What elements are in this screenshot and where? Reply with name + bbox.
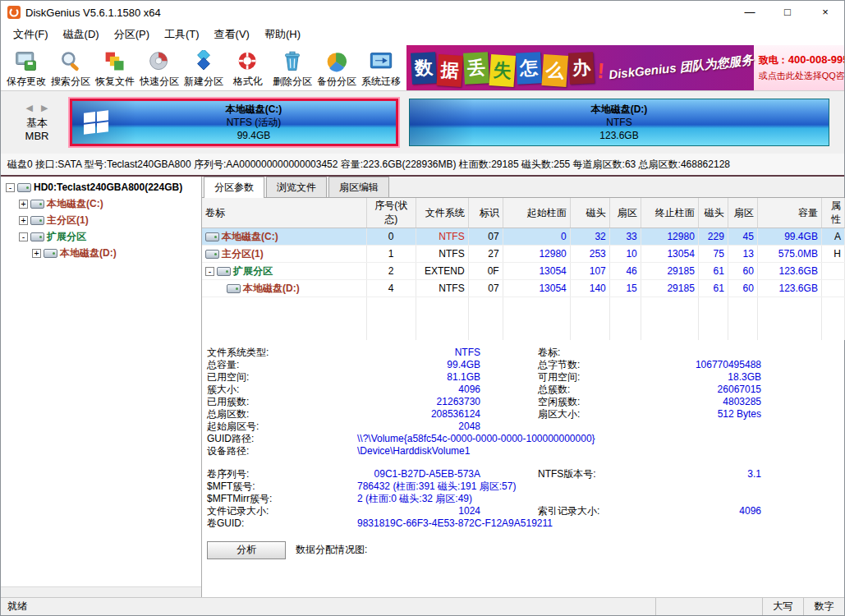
- num-indicator: 数字: [803, 598, 844, 615]
- disk-info-bar: 磁盘0 接口:SATA 型号:Teclast240GBA800 序列号:AA00…: [1, 154, 844, 175]
- analyze-row: 分析 数据分配情况图:: [207, 541, 844, 559]
- analyze-button[interactable]: 分析: [207, 541, 286, 559]
- minimize-button[interactable]: —: [731, 1, 769, 24]
- partition-row[interactable]: -扩展分区2EXTEND0F1305410746291856160123.6GB: [202, 263, 845, 280]
- partition-row[interactable]: 本地磁盘(D:)4NTFS071305414015291856160123.6G…: [202, 280, 845, 297]
- volume-icon: [217, 267, 231, 276]
- expand-icon[interactable]: +: [32, 249, 41, 258]
- tree-item[interactable]: -HD0:Teclast240GBA800(224GB): [1, 179, 201, 195]
- next-disk-arrow-icon[interactable]: ▶: [41, 103, 48, 113]
- banner-tile: 丢: [463, 52, 489, 85]
- recover-files-label: 恢复文件: [95, 75, 135, 89]
- banner-tile: 数: [411, 52, 437, 85]
- app-logo-icon: [7, 6, 21, 19]
- windows-logo-icon: [84, 110, 108, 135]
- menu-item-tools[interactable]: 工具(T): [157, 24, 207, 45]
- quick-partition-label: 快速分区: [140, 75, 179, 89]
- search-partition-button[interactable]: 搜索分区: [48, 45, 93, 90]
- banner-slogan: DiskGenius 团队为您服务: [608, 53, 754, 83]
- disk-bar-strip: ◀ ▶ 基本 MBR 本地磁盘(C:)NTFS (活动)99.4GB本地磁盘(D…: [1, 91, 844, 154]
- tree-item[interactable]: +主分区(1): [1, 212, 201, 228]
- volume-icon: [30, 200, 44, 209]
- collapse-icon[interactable]: -: [205, 267, 214, 276]
- expand-icon[interactable]: +: [19, 216, 28, 225]
- allocation-caption: 数据分配情况图:: [296, 543, 367, 557]
- expand-icon[interactable]: +: [19, 200, 28, 209]
- column-header: 终止柱面: [641, 198, 698, 228]
- quick-partition-icon: [148, 49, 171, 74]
- new-partition-label: 新建分区: [184, 75, 223, 89]
- tree-item-label: 本地磁盘(D:): [60, 246, 117, 260]
- save-changes-button[interactable]: 保存更改: [4, 45, 48, 90]
- menu-bar: 文件(F)磁盘(D)分区(P)工具(T)查看(V)帮助(H): [1, 24, 844, 45]
- phone-number: 400-008-9958: [788, 53, 844, 66]
- detail-row: $MFT簇号:786432 (柱面:391 磁头:191 扇区:57): [207, 480, 844, 493]
- system-migration-label: 系统迁移: [361, 75, 401, 89]
- menu-item-help[interactable]: 帮助(H): [257, 24, 308, 45]
- tab-browse-files[interactable]: 浏览文件: [266, 177, 327, 197]
- maximize-button[interactable]: □: [769, 1, 806, 24]
- column-header: 属性: [821, 198, 844, 228]
- menu-item-view[interactable]: 查看(V): [207, 24, 257, 45]
- volume-icon: [30, 216, 44, 225]
- backup-partition-button[interactable]: 备份分区: [315, 45, 359, 90]
- tree-item[interactable]: +本地磁盘(C:): [1, 195, 201, 212]
- disk-bar-d[interactable]: 本地磁盘(D:)NTFS123.6GB: [409, 99, 829, 146]
- tree-item[interactable]: +本地磁盘(D:): [1, 245, 201, 261]
- volume-label: 本地磁盘(C:): [222, 230, 278, 244]
- status-text: 就绪: [1, 600, 655, 614]
- partition-row[interactable]: 主分区(1)1NTFS271298025310130547513575.0MBH: [202, 246, 845, 263]
- menu-item-disk[interactable]: 磁盘(D): [56, 24, 107, 45]
- toolbar-buttons: 保存更改搜索分区恢复文件快速分区新建分区格式化删除分区备份分区系统迁移: [1, 45, 403, 90]
- collapse-icon[interactable]: -: [19, 232, 28, 241]
- delete-icon: [281, 49, 304, 74]
- new-partition-icon: [192, 49, 215, 74]
- prev-disk-arrow-icon[interactable]: ◀: [26, 103, 33, 113]
- delete-partition-button[interactable]: 删除分区: [270, 45, 315, 90]
- disk-icon: [17, 183, 31, 192]
- save-changes-label: 保存更改: [7, 75, 46, 89]
- column-header: 标识: [468, 198, 503, 228]
- detail-row: 卷序列号:09C1-B27D-A5EB-573ANTFS版本号:3.1: [207, 468, 844, 480]
- new-partition-button[interactable]: 新建分区: [181, 45, 226, 90]
- format-button[interactable]: 格式化: [226, 45, 270, 90]
- column-header: 扇区: [728, 198, 757, 228]
- delete-partition-label: 删除分区: [273, 75, 312, 89]
- banner-tile: 据: [437, 53, 464, 86]
- detail-row: 起始扇区号:2048: [207, 421, 844, 433]
- tree-item-label: HD0:Teclast240GBA800(224GB): [34, 182, 182, 193]
- menu-item-partition[interactable]: 分区(P): [107, 24, 157, 45]
- partition-row[interactable]: 本地磁盘(C:)0NTFS0703233129802294599.4GBA: [202, 228, 845, 246]
- column-header: 序号(状态): [366, 198, 416, 228]
- quick-partition-button[interactable]: 快速分区: [137, 45, 181, 90]
- collapse-icon[interactable]: -: [6, 183, 15, 192]
- banner-tile: 怎: [516, 52, 542, 85]
- detail-row: 总扇区数:208536124扇区大小:512 Bytes: [207, 408, 844, 421]
- volume-label: 主分区(1): [222, 247, 264, 261]
- tree-item[interactable]: -扩展分区: [1, 228, 201, 245]
- banner-tile: 办: [568, 52, 595, 85]
- ad-banner[interactable]: 数据丢失怎么办! DiskGenius 团队为您服务 致电：400-008-99…: [406, 45, 844, 90]
- tab-partition-params[interactable]: 分区参数: [204, 177, 264, 198]
- format-label: 格式化: [233, 75, 263, 89]
- banner-contact[interactable]: 致电：400-008-9958 或点击此处选择QQ咨询: [754, 45, 844, 90]
- recover-files-button[interactable]: 恢复文件: [93, 45, 137, 90]
- diskgenius-window: DiskGenius V5.6.1.1580 x64 — □ × 文件(F)磁盘…: [0, 0, 845, 616]
- tree-item-label: 本地磁盘(C:): [47, 197, 103, 211]
- volume-icon: [227, 284, 241, 293]
- volume-icon: [205, 232, 219, 241]
- tree-item-label: 主分区(1): [47, 214, 89, 228]
- tab-sector-edit[interactable]: 扇区编辑: [328, 177, 389, 197]
- column-header: 容量: [757, 198, 821, 228]
- system-migration-button[interactable]: 系统迁移: [359, 45, 403, 90]
- close-button[interactable]: ×: [806, 1, 844, 24]
- menu-item-file[interactable]: 文件(F): [6, 24, 56, 45]
- tree-horizontal-scrollbar[interactable]: [1, 586, 201, 597]
- volume-label: 扩展分区: [233, 264, 273, 278]
- partition-scheme-label: MBR: [25, 130, 49, 143]
- volume-icon: [205, 250, 219, 259]
- phone-label: 致电：: [759, 54, 788, 66]
- disk-bar-c[interactable]: 本地磁盘(C:)NTFS (活动)99.4GB: [70, 99, 398, 146]
- qq-link[interactable]: 或点击此处选择QQ咨询: [759, 70, 844, 82]
- column-header: 起始柱面: [503, 198, 570, 228]
